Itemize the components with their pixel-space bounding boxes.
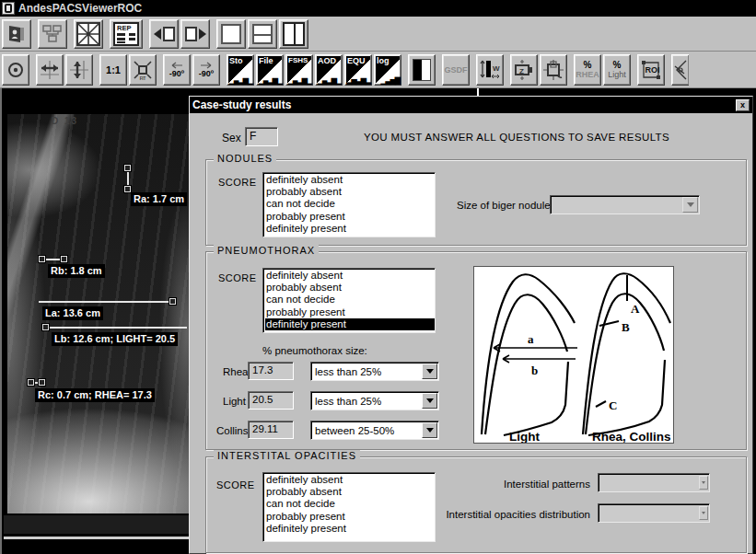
close-button[interactable]: x xyxy=(736,99,750,111)
grid-layout-button[interactable] xyxy=(74,19,103,49)
invert-contrast-button[interactable] xyxy=(408,54,436,86)
measurement-line-lb[interactable] xyxy=(47,327,187,329)
listbox-option[interactable]: definitely present xyxy=(265,523,435,535)
listbox-option[interactable]: probably absent xyxy=(265,486,435,498)
diagram-caption-rhea-collins: Rhea, Collins xyxy=(592,430,671,443)
sex-field[interactable]: F xyxy=(245,127,278,146)
nodules-group-title: NODULES xyxy=(214,153,276,164)
listbox-option[interactable]: definitely absent xyxy=(265,474,435,486)
interstitial-group: INTERSTITAL OPACITIES SCORE definitely a… xyxy=(205,456,747,553)
listbox-option[interactable]: probably present xyxy=(265,511,435,523)
rotate-right-90-button[interactable]: -90º xyxy=(192,54,220,86)
listbox-option[interactable]: can not decide xyxy=(265,498,435,510)
lut-aod-button[interactable]: AOD ▁▄▂▆▁ xyxy=(315,54,343,86)
flip-horizontal-button[interactable] xyxy=(36,54,64,86)
dropdown-button[interactable] xyxy=(699,506,708,520)
previous-image-button[interactable] xyxy=(149,19,179,49)
exit-user-button[interactable] xyxy=(2,19,31,49)
layout-two-columns-button[interactable] xyxy=(279,19,308,49)
dropdown-button[interactable] xyxy=(699,476,708,490)
window-title: AndesPACSViewerROC xyxy=(18,2,142,15)
measurement-handle[interactable] xyxy=(124,186,131,192)
lut-sto-button[interactable]: Sto ▁▄▂▆▁ xyxy=(227,54,254,86)
center-target-button[interactable] xyxy=(2,54,29,86)
listbox-option[interactable]: definitely absent xyxy=(265,174,435,186)
close-icon: x xyxy=(740,101,745,110)
percent-light-button[interactable]: % Light xyxy=(603,54,631,86)
listbox-option[interactable]: can not decide xyxy=(265,294,435,306)
listbox-option[interactable]: definitely present xyxy=(265,223,435,235)
rhea-label: RHEA xyxy=(576,70,599,79)
diagram-label-C: C xyxy=(609,398,617,412)
measurement-handle[interactable] xyxy=(124,165,131,171)
angle-tool-button[interactable] xyxy=(671,54,689,86)
nodule-size-label: Size of biger nodule xyxy=(457,200,551,211)
measurement-handle[interactable] xyxy=(39,379,45,386)
listbox-option[interactable]: can not decide xyxy=(265,198,435,210)
rhea-size-combobox[interactable]: less than 25% xyxy=(310,362,439,381)
fit-to-window-button[interactable]: FIT xyxy=(129,54,157,86)
measurement-handle[interactable] xyxy=(169,298,176,305)
next-image-button[interactable] xyxy=(180,19,210,49)
measurement-handle[interactable] xyxy=(39,256,45,262)
interstitial-distribution-combobox[interactable] xyxy=(598,503,710,523)
window-level-button[interactable]: W xyxy=(476,54,504,86)
diagram-label-B: B xyxy=(622,320,630,334)
toolbar-main: REP xyxy=(0,17,756,52)
fshs-label: FSHS xyxy=(288,56,308,64)
listbox-option[interactable]: definitely present xyxy=(265,318,435,330)
interstitial-patterns-combobox[interactable] xyxy=(598,473,710,492)
zoom-actual-size-button[interactable]: 1:1 xyxy=(99,54,127,86)
report-button[interactable]: REP xyxy=(110,19,143,49)
lut-fshs-button[interactable]: FSHS ▁▄▂▆▁ xyxy=(285,54,313,86)
zoom-tool-button[interactable]: Z xyxy=(510,54,538,86)
pneumothorax-score-listbox[interactable]: definitely absentprobably absentcan not … xyxy=(262,268,436,333)
layout-single-button[interactable] xyxy=(216,19,246,49)
interstitial-score-listbox[interactable]: definitely absentprobably absentcan not … xyxy=(262,472,436,542)
network-query-button[interactable] xyxy=(38,19,67,49)
dropdown-button[interactable] xyxy=(422,393,437,409)
pneumothorax-group-title: PNEUMOTHORAX xyxy=(214,245,319,256)
report-icon: REP xyxy=(113,22,139,46)
diagram-label-A: A xyxy=(631,302,640,316)
listbox-option[interactable]: definitely absent xyxy=(265,270,435,282)
dropdown-button[interactable] xyxy=(422,422,437,438)
collins-size-combobox[interactable]: between 25-50% xyxy=(310,421,439,440)
layout-two-rows-button[interactable] xyxy=(248,19,277,49)
light-value-field[interactable]: 20.5 xyxy=(248,391,294,410)
svg-text:REP: REP xyxy=(117,24,131,32)
percent-rhea-button[interactable]: % RHEA xyxy=(574,54,601,86)
rhea-value-field[interactable]: 17.3 xyxy=(248,362,294,380)
chevron-down-icon xyxy=(426,369,434,374)
lut-file-button[interactable]: File ▁▄▂▆▁ xyxy=(256,54,284,86)
listbox-option[interactable]: probably absent xyxy=(265,282,435,294)
roi-button[interactable]: ROI xyxy=(637,54,665,86)
lut-equ-button[interactable]: EQU ▂▅▃▆▂ xyxy=(344,54,372,86)
pan-tool-button[interactable] xyxy=(540,54,567,86)
collins-label: Collins xyxy=(216,425,249,436)
flip-vertical-button[interactable] xyxy=(65,54,93,86)
measurement-handle[interactable] xyxy=(42,324,49,330)
listbox-option[interactable]: probably present xyxy=(265,211,435,223)
rotate-left-90-button[interactable]: -90º xyxy=(163,54,191,86)
listbox-option[interactable]: probably present xyxy=(265,306,435,318)
listbox-option[interactable]: probably absent xyxy=(265,186,435,198)
light-size-combobox[interactable]: less than 25% xyxy=(310,391,439,410)
next-frame-icon xyxy=(185,27,197,41)
gsdf-button[interactable]: GSDF xyxy=(442,54,470,86)
nodule-size-combobox[interactable] xyxy=(550,195,700,214)
dropdown-button[interactable] xyxy=(682,197,698,213)
dropdown-button[interactable] xyxy=(422,364,437,379)
measurement-handle[interactable] xyxy=(61,256,67,262)
measurement-handle[interactable] xyxy=(28,379,34,386)
viewer-footer-band xyxy=(4,515,189,534)
measurement-line-la[interactable] xyxy=(39,301,175,303)
dialog-titlebar[interactable]: Case-study results x xyxy=(190,97,752,113)
interstitial-patterns-label: Interstitial patterns xyxy=(421,479,590,490)
nodules-score-listbox[interactable]: definitely absentprobably absentcan not … xyxy=(262,172,436,237)
lut-log-button[interactable]: log ▁▃▅▇ xyxy=(374,54,401,86)
measurement-label-rc: Rc: 0.7 cm; RHEA= 17.3 xyxy=(35,388,155,402)
layout-two-columns-icon xyxy=(283,22,305,46)
collins-value-field[interactable]: 29.11 xyxy=(248,421,294,439)
percent-sign: % xyxy=(613,60,622,70)
